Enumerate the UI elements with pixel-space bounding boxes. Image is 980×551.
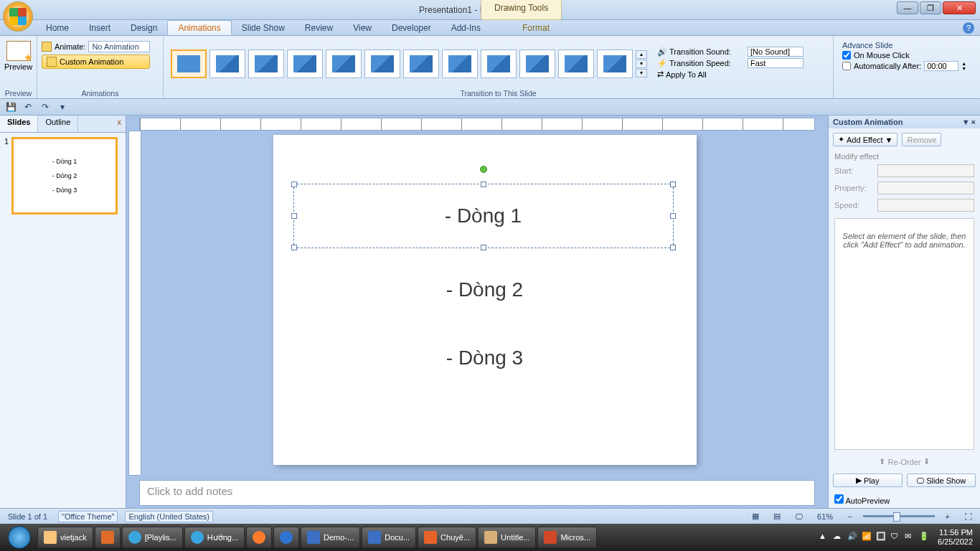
tab-design[interactable]: Design: [121, 21, 167, 35]
zoom-value[interactable]: 61%: [814, 511, 837, 522]
slide-text-2[interactable]: - Dòng 2: [273, 278, 697, 301]
auto-after-checkbox[interactable]: Automatically After:00:00▲▼: [842, 61, 971, 71]
taskbar-item[interactable]: [273, 527, 299, 548]
office-button[interactable]: [3, 1, 33, 32]
taskbar-item[interactable]: [246, 527, 272, 548]
resize-handle[interactable]: [291, 245, 297, 250]
transition-none[interactable]: [171, 50, 207, 78]
transition-speed-dropdown[interactable]: Fast: [748, 58, 804, 68]
minimize-button[interactable]: —: [897, 1, 918, 14]
tray-icon[interactable]: ☁: [833, 532, 844, 543]
horizontal-ruler[interactable]: [139, 118, 815, 131]
resize-handle[interactable]: [481, 182, 486, 187]
transition-item[interactable]: [248, 50, 284, 78]
remove-effect-button[interactable]: Remove: [902, 133, 941, 146]
transition-sound-dropdown[interactable]: [No Sound]: [748, 47, 804, 57]
tab-addins[interactable]: Add-Ins: [441, 21, 491, 35]
tray-icon[interactable]: 🔊: [847, 532, 859, 543]
notes-pane[interactable]: Click to add notes: [139, 480, 815, 506]
start-dropdown[interactable]: [877, 164, 974, 177]
apply-to-all-button[interactable]: Apply To All: [666, 70, 707, 79]
tray-icon[interactable]: ✉: [905, 532, 916, 543]
taskbar-item[interactable]: Demo-...: [301, 527, 360, 548]
taskbar-item[interactable]: [95, 527, 121, 548]
transition-item[interactable]: [558, 50, 594, 78]
tray-icon[interactable]: 🔋: [919, 532, 930, 543]
tab-view[interactable]: View: [343, 21, 382, 35]
transition-item[interactable]: [403, 50, 439, 78]
outline-tab[interactable]: Outline: [38, 116, 78, 132]
redo-icon[interactable]: ↷: [39, 100, 52, 113]
transition-item[interactable]: [481, 50, 517, 78]
selected-text-frame[interactable]: - Dòng 1: [293, 184, 674, 248]
transition-item[interactable]: [287, 50, 323, 78]
tab-insert[interactable]: Insert: [79, 21, 121, 35]
zoom-in-icon[interactable]: +: [942, 511, 953, 522]
view-slideshow-icon[interactable]: 🖵: [791, 511, 806, 522]
on-mouse-click-checkbox[interactable]: On Mouse Click: [842, 51, 971, 60]
reorder-down-icon[interactable]: ⬇: [923, 457, 930, 466]
zoom-out-icon[interactable]: −: [844, 511, 855, 522]
taskbar-clock[interactable]: 11:56 PM 6/25/2022: [933, 528, 977, 547]
resize-handle[interactable]: [670, 213, 676, 219]
tab-slideshow[interactable]: Slide Show: [232, 21, 295, 35]
vertical-ruler[interactable]: [128, 131, 141, 476]
taskbar-item[interactable]: [Playlis...: [122, 527, 183, 548]
help-icon[interactable]: ?: [963, 22, 974, 34]
ca-pane-menu[interactable]: ▼: [962, 118, 970, 126]
tab-developer[interactable]: Developer: [382, 21, 441, 35]
spin-up[interactable]: ▲: [961, 61, 966, 66]
slides-tab[interactable]: Slides: [0, 116, 38, 132]
rotate-handle[interactable]: [480, 166, 487, 173]
maximize-button[interactable]: ❐: [920, 1, 941, 14]
tab-animations[interactable]: Animations: [167, 20, 231, 35]
transition-item[interactable]: [209, 50, 245, 78]
tray-icon[interactable]: ▲: [819, 532, 830, 543]
ca-pane-close-icon[interactable]: ×: [971, 118, 976, 126]
tab-home[interactable]: Home: [36, 21, 79, 35]
resize-handle[interactable]: [481, 245, 486, 250]
slide-text-3[interactable]: - Dòng 3: [273, 347, 697, 369]
transition-item[interactable]: [442, 50, 478, 78]
custom-animation-button[interactable]: Custom Animation: [42, 55, 150, 69]
taskbar-item[interactable]: vietjack: [37, 527, 93, 548]
resize-handle[interactable]: [291, 213, 297, 219]
speed-dropdown[interactable]: [877, 199, 974, 212]
property-dropdown[interactable]: [877, 182, 974, 194]
tray-icon[interactable]: 📶: [862, 532, 873, 543]
close-button[interactable]: ✕: [943, 1, 976, 14]
reorder-up-icon[interactable]: ⬆: [879, 457, 885, 466]
view-sorter-icon[interactable]: ▤: [770, 510, 784, 522]
view-normal-icon[interactable]: ▦: [748, 510, 763, 522]
animate-dropdown[interactable]: No Animation: [88, 41, 150, 52]
panel-close-icon[interactable]: x: [113, 116, 126, 132]
autopreview-checkbox[interactable]: AutoPreview: [829, 491, 980, 508]
start-button[interactable]: [3, 524, 36, 551]
add-effect-button[interactable]: ✦Add Effect▼: [833, 133, 897, 146]
taskbar-item[interactable]: Untitle...: [478, 527, 536, 548]
tab-review[interactable]: Review: [295, 21, 343, 35]
status-theme[interactable]: "Office Theme": [58, 511, 118, 522]
status-language[interactable]: English (United States): [125, 511, 213, 522]
qat-more[interactable]: ▾: [56, 100, 69, 113]
resize-handle[interactable]: [670, 245, 676, 250]
slide-canvas[interactable]: - Dòng 1 - Dòng 2 - Dòng 3: [273, 135, 697, 465]
resize-handle[interactable]: [670, 182, 676, 187]
tray-icon[interactable]: 🔳: [876, 532, 887, 543]
save-icon[interactable]: 💾: [4, 100, 17, 113]
transition-item[interactable]: [597, 50, 633, 78]
preview-icon[interactable]: [6, 41, 31, 61]
undo-icon[interactable]: ↶: [22, 100, 34, 113]
slide-thumbnail[interactable]: - Dòng 1 - Dòng 2 - Dòng 3: [11, 137, 118, 215]
canvas-area[interactable]: - Dòng 1 - Dòng 2 - Dòng 3: [141, 131, 828, 476]
gallery-up[interactable]: ▴: [636, 50, 647, 59]
resize-handle[interactable]: [291, 182, 297, 187]
transition-item[interactable]: [519, 50, 555, 78]
taskbar-item[interactable]: Chuyê...: [418, 527, 476, 548]
slideshow-button[interactable]: 🖵Slide Show: [907, 474, 976, 487]
zoom-slider[interactable]: [863, 515, 935, 517]
slide-text-1[interactable]: - Dòng 1: [445, 204, 522, 227]
gallery-more[interactable]: ▾: [636, 69, 647, 77]
fit-to-window-icon[interactable]: ⛶: [961, 511, 976, 522]
transition-item[interactable]: [364, 50, 400, 78]
